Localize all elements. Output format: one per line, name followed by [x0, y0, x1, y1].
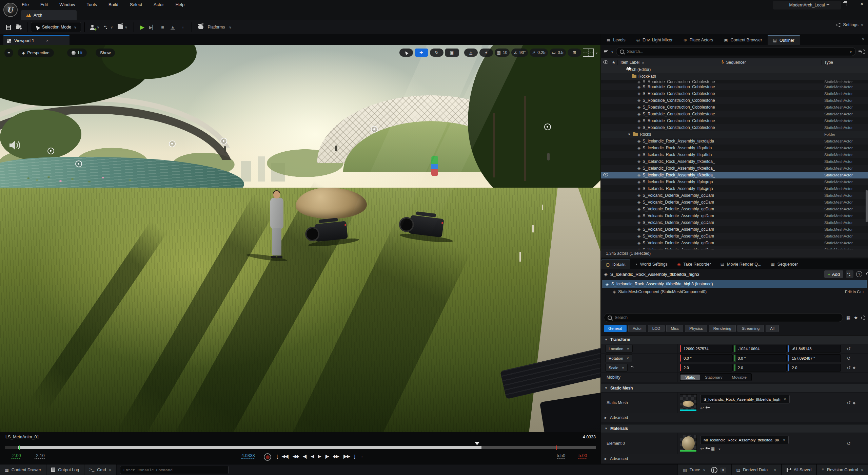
trace-snapshot-icon[interactable]: ▮: [720, 468, 726, 473]
filter-chevron-icon[interactable]: ∨: [611, 50, 613, 54]
revert-location-icon[interactable]: ↺: [847, 346, 851, 352]
derived-data-dropdown[interactable]: ▤ Derived Data∨: [732, 464, 782, 475]
scale-x-field[interactable]: 2.0: [680, 364, 733, 372]
trace-status-icon[interactable]: ▌: [711, 467, 717, 473]
menu-item[interactable]: Tools: [87, 2, 97, 7]
table-row[interactable]: ▼ ◈ Arch (Editor): [601, 66, 868, 73]
outliner-scrollbar[interactable]: [866, 190, 868, 222]
details-tab-close-icon[interactable]: ×: [657, 261, 659, 266]
viewport-scene[interactable]: ≡ ⬥ Perspective Lit Show ✛ ↻ ▣ ◬ ∗ ▦10 ∠…: [0, 45, 600, 432]
material-options-chevron-icon[interactable]: ∨: [718, 447, 721, 451]
table-row[interactable]: ▼ ◈ S_Roadside_Construction_Cobblestone …: [601, 90, 868, 97]
filter-chip[interactable]: Streaming: [737, 325, 764, 332]
visibility-column-eye-icon[interactable]: [601, 60, 610, 65]
add-actor-button[interactable]: +∨: [88, 23, 102, 32]
rotation-x-field[interactable]: 0.0 °: [680, 354, 733, 362]
save-button[interactable]: [3, 23, 14, 32]
static-mesh-section-header[interactable]: ▼Static Mesh: [601, 384, 868, 392]
map-pin-marker[interactable]: [169, 140, 176, 147]
show-flags-dropdown[interactable]: Show: [96, 49, 115, 57]
selection-mode-dropdown[interactable]: Selection Mode ∨: [31, 22, 81, 32]
row-eye-icon[interactable]: [603, 173, 608, 176]
table-row[interactable]: ▼ ◈ S_Volcanic_Dolerite_Assembly_qcDam S…: [601, 240, 868, 246]
pin-column-star-icon[interactable]: ★: [610, 60, 617, 65]
revision-control-dropdown[interactable]: ⑂ Revision Control∨: [817, 464, 868, 475]
table-row[interactable]: ▼ ◈ S_Icelandic_Rock_Assembly_tfplcgrqa_…: [601, 178, 868, 185]
table-row[interactable]: ▼ ◈ S_Icelandic_Rock_Assembly_tfiqaftda_…: [601, 151, 868, 158]
location-dropdown[interactable]: Location∨: [605, 345, 633, 353]
filter-chip[interactable]: All: [766, 325, 779, 332]
range-start-secondary[interactable]: -2.10: [35, 453, 45, 459]
scale-dropdown[interactable]: Scale∨: [605, 364, 628, 372]
static-mesh-thumbnail[interactable]: [680, 394, 697, 411]
favorites-star-icon[interactable]: ★: [854, 315, 858, 320]
view-mode-dropdown[interactable]: Lit: [67, 49, 87, 57]
range-start-value[interactable]: -2.00: [11, 453, 21, 459]
details-tab[interactable]: Take Recorder: [672, 260, 716, 269]
help-icon[interactable]: ?: [856, 271, 862, 277]
all-saved-indicator[interactable]: All Saved: [782, 464, 817, 475]
eyedropper-icon[interactable]: ◆: [853, 365, 855, 370]
table-row[interactable]: ▼ ◈ S_Roadside_Construction_Cobblestone …: [601, 117, 868, 124]
transport-button[interactable]: |▶▶: [342, 453, 351, 459]
scene-person-actor[interactable]: [270, 190, 284, 262]
table-row[interactable]: ▼ ◈ S_Roadside_Construction_Cobblestone …: [601, 83, 868, 90]
content-drawer-button[interactable]: ▦ Content Drawer: [0, 464, 46, 475]
details-tab[interactable]: Details: [601, 260, 630, 269]
table-row[interactable]: ▼ ◈ S_Volcanic_Dolerite_Assembly_qcDam S…: [601, 206, 868, 212]
cmd-dropdown[interactable]: >_ Cmd∨: [84, 464, 117, 475]
minimize-button[interactable]: –: [825, 1, 831, 7]
details-tab[interactable]: World Settings: [630, 260, 672, 269]
range-end-secondary[interactable]: 5.50: [557, 453, 565, 459]
location-z-field[interactable]: -61.845143: [788, 345, 841, 353]
panel-tab[interactable]: Levels: [601, 35, 631, 45]
grid-snap-button[interactable]: ▦10: [495, 49, 510, 57]
menu-item[interactable]: File: [22, 2, 29, 7]
perspective-dropdown[interactable]: ⬥ Perspective: [18, 49, 54, 57]
range-end-value[interactable]: 5.00: [578, 453, 587, 459]
table-row[interactable]: ▼ ◈ S_Volcanic_Dolerite_Assembly_qcDam S…: [601, 199, 868, 206]
world-local-gizmo-button[interactable]: ◬: [464, 49, 478, 57]
play-button[interactable]: ▶: [137, 23, 147, 32]
table-row[interactable]: ▼ ◈ S_Roadside_Construction_Cobblestone …: [601, 80, 868, 83]
mobility-static-option[interactable]: Static: [680, 375, 700, 380]
instance-row[interactable]: ◈ S_Icelandic_Rock_Assembly_tfkbeifda_hi…: [603, 280, 867, 288]
viewport-options-menu[interactable]: ≡: [4, 49, 13, 57]
mobility-stationary-option[interactable]: Stationary: [700, 375, 727, 380]
details-search-input[interactable]: Search: [604, 313, 843, 322]
details-tab[interactable]: Sequencer: [766, 260, 803, 269]
table-row[interactable]: ▼ ◈ S_Icelandic_Rock_Assembly_tfkbeifda_…: [601, 158, 868, 165]
camera-speed-value[interactable]: 0.5: [558, 50, 564, 55]
map-pin-marker[interactable]: [47, 148, 54, 154]
panel-tab[interactable]: Outliner: [768, 35, 800, 45]
transport-button[interactable]: |▶: [323, 453, 330, 459]
transport-button[interactable]: ◀: [309, 453, 315, 459]
timeline-scrub-bar[interactable]: [5, 446, 596, 449]
materials-advanced-row[interactable]: ▶Advanced: [601, 454, 868, 463]
display-mode-icon[interactable]: ▦: [846, 315, 850, 320]
revert-static-mesh-icon[interactable]: ↺: [847, 400, 851, 405]
scale-snap-button[interactable]: ↗0.25: [530, 49, 548, 57]
revert-rotation-icon[interactable]: ↺: [847, 356, 851, 361]
rotation-z-field[interactable]: 157.092487 °: [788, 354, 841, 362]
map-pin-marker[interactable]: [220, 138, 227, 145]
scene-distant-person[interactable]: [335, 146, 337, 151]
play-options-button[interactable]: ⋮: [178, 23, 188, 32]
output-log-button[interactable]: Output Log: [46, 464, 84, 475]
table-row[interactable]: ▼ ◈ S_Volcanic_Dolerite_Assembly_qcDam S…: [601, 226, 868, 233]
menu-item[interactable]: Help: [175, 2, 184, 7]
grid-snap-value[interactable]: 10: [503, 50, 507, 55]
record-button[interactable]: [264, 453, 271, 461]
table-row[interactable]: ▼ ◈ S_Icelandic_Rock_Assembly_tfplcgrqa_…: [601, 185, 868, 192]
timeline-red-marker[interactable]: [556, 445, 557, 450]
viewport-tab[interactable]: Viewport 1 ×: [3, 35, 70, 46]
table-row[interactable]: ▼ ◈ S_Icelandic_Rock_Assembly_texrdajda …: [601, 138, 868, 145]
table-row[interactable]: ▼ ◈ S_Volcanic_Dolerite_Assembly_qcDam S…: [601, 212, 868, 219]
console-command-input[interactable]: Enter Console Command: [120, 466, 229, 474]
mobility-movable-option[interactable]: Movable: [727, 375, 751, 380]
platforms-dropdown[interactable]: Platforms ∨: [195, 23, 234, 32]
table-row[interactable]: ▼ ◈ S_Volcanic_Dolerite_Assembly_qcDam S…: [601, 219, 868, 226]
scene-distant-person[interactable]: [224, 146, 226, 153]
current-time-value[interactable]: 4.0333: [241, 453, 255, 459]
rotation-snap-button[interactable]: ∠90°: [511, 49, 528, 57]
